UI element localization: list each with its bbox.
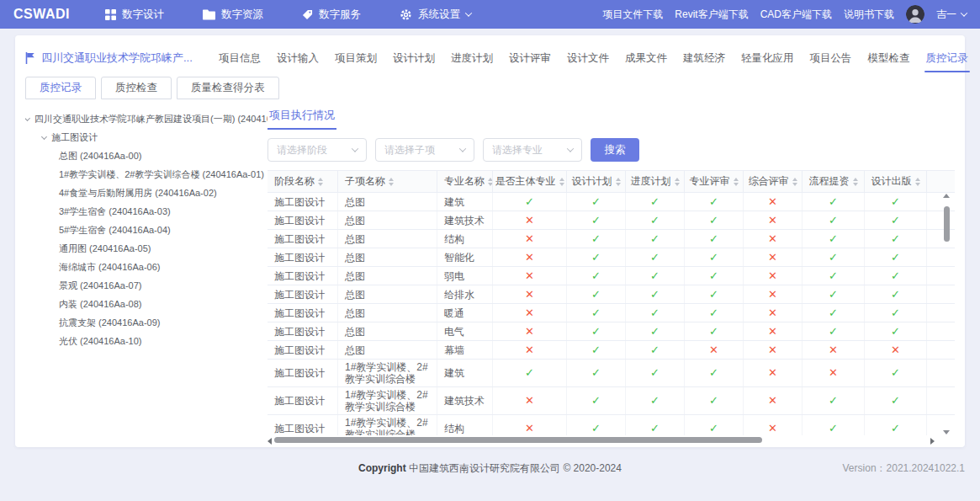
nav-menu-digital-resource[interactable]: 数字资源 — [203, 8, 263, 22]
tree-node-subproject[interactable]: 4#食堂与后勤附属用房 (240416Aa-02) — [25, 184, 268, 202]
check-icon: ✓ — [650, 395, 660, 407]
column-header-2: 子项名称 — [338, 171, 437, 192]
check-icon: ✓ — [650, 289, 660, 301]
horizontal-scrollbar[interactable] — [268, 437, 955, 445]
link-revit-client-download[interactable]: Revit客户端下载 — [675, 8, 748, 22]
tree-node-subproject[interactable]: 总图 (240416Aa-00) — [25, 147, 268, 165]
scroll-right-arrow[interactable] — [930, 438, 935, 445]
user-avatar[interactable] — [906, 5, 924, 24]
flag-icon — [25, 52, 35, 64]
column-header-8: 综合评审 — [744, 171, 803, 192]
caret-down-icon[interactable] — [25, 115, 30, 120]
select-subitem[interactable]: 请选择子项 — [375, 138, 474, 162]
link-manual-download[interactable]: 说明书下载 — [844, 8, 894, 22]
tree-node-project-root[interactable]: 四川交通职业技术学院邛崃产教园建设项目(一期) (240416Aa) — [25, 109, 268, 128]
cell-flag: ✕ — [744, 415, 803, 435]
check-icon: ✓ — [591, 326, 601, 338]
sort-icon[interactable] — [792, 178, 797, 186]
cross-icon: ✕ — [709, 344, 718, 356]
cell-flag: ✓ — [803, 387, 865, 414]
tab-schedule-plan[interactable]: 进度计划 — [449, 44, 495, 72]
tab-lightweight-app[interactable]: 轻量化应用 — [739, 44, 796, 72]
tab-design-plan[interactable]: 设计计划 — [391, 44, 437, 72]
sort-icon[interactable] — [915, 178, 920, 186]
tab-building-economy[interactable]: 建筑经济 — [681, 44, 727, 72]
sort-icon[interactable] — [616, 178, 621, 186]
chevron-down-icon — [352, 145, 358, 152]
sort-icon[interactable] — [559, 178, 564, 186]
content-card: 四川交通职业技术学院邛崃产... 项目信息设计输入项目策划设计计划进度计划设计评… — [15, 35, 965, 447]
check-icon: ✓ — [591, 215, 601, 227]
cell-text: 总图 — [338, 322, 437, 340]
select-major[interactable]: 请选择专业 — [483, 138, 582, 162]
tree-node-subproject[interactable]: 光伏 (240416Aa-10) — [25, 332, 268, 350]
nav-menu-digital-design[interactable]: 数字设计 — [105, 8, 164, 22]
check-icon: ✓ — [891, 252, 900, 264]
tree-node-stage[interactable]: 施工图设计 — [25, 128, 268, 147]
folder-icon — [203, 9, 215, 20]
cross-icon: ✕ — [768, 252, 777, 264]
tree-node-subproject[interactable]: 景观 (240416Aa-07) — [25, 276, 268, 295]
subtab-qc-records[interactable]: 质控记录 — [25, 77, 96, 99]
project-title[interactable]: 四川交通职业技术学院邛崃产... — [25, 51, 217, 66]
cell-flag: ✓ — [865, 285, 927, 303]
tree-node-subproject[interactable]: 海绵城市 (240416Aa-06) — [25, 258, 268, 276]
tree-node-subproject[interactable]: 通用图 (240416Aa-05) — [25, 239, 268, 258]
cell-flag: ✓ — [493, 193, 567, 211]
check-icon: ✓ — [891, 196, 900, 208]
cross-icon: ✕ — [768, 344, 777, 356]
caret-down-icon[interactable] — [41, 133, 47, 139]
select-stage[interactable]: 请选择阶段 — [268, 138, 367, 162]
nav-menu-digital-service[interactable]: 数字服务 — [302, 8, 361, 22]
tree-node-subproject[interactable]: 5#学生宿舍 (240416Aa-04) — [25, 221, 268, 239]
sort-icon[interactable] — [389, 178, 394, 186]
tab-design-review[interactable]: 设计评审 — [507, 44, 553, 72]
sort-icon[interactable] — [734, 178, 739, 186]
tab-design-files[interactable]: 设计文件 — [565, 44, 611, 72]
scroll-up-arrow[interactable] — [943, 194, 950, 198]
tree-node-subproject[interactable]: 3#学生宿舍 (240416Aa-03) — [25, 202, 268, 221]
cell-flag: ✓ — [567, 267, 626, 285]
cell-flag: ✕ — [744, 304, 803, 322]
tab-project-info[interactable]: 项目信息 — [217, 44, 262, 72]
sort-icon[interactable] — [675, 178, 680, 186]
link-cad-client-download[interactable]: CAD客户端下载 — [760, 8, 832, 22]
tree-node-subproject[interactable]: 抗震支架 (240416Aa-09) — [25, 313, 268, 332]
project-tree: 四川交通职业技术学院邛崃产教园建设项目(一期) (240416Aa) 施工图设计… — [25, 106, 268, 439]
cell-flag: ✓ — [567, 248, 626, 266]
tree-node-subproject[interactable]: 1#教学实训楼、2#教学实训综合楼 (240416Aa-01) — [25, 165, 268, 184]
cell-text: 总图 — [338, 248, 437, 266]
horizontal-scroll-thumb[interactable] — [274, 437, 762, 443]
scroll-left-arrow[interactable] — [268, 438, 272, 445]
cell-flag: ✕ — [493, 211, 567, 229]
tab-deliverables[interactable]: 成果文件 — [623, 44, 669, 72]
search-button[interactable]: 搜索 — [591, 138, 639, 162]
cross-icon: ✕ — [525, 395, 534, 407]
cell-flag: ✓ — [685, 193, 744, 211]
tab-qc-records[interactable]: 质控记录 — [924, 44, 970, 72]
check-icon: ✓ — [650, 233, 660, 245]
tree-node-subproject[interactable]: 内装 (240416Aa-08) — [25, 295, 268, 313]
subtab-qc-check[interactable]: 质控检查 — [101, 77, 172, 99]
check-icon: ✓ — [650, 367, 660, 379]
cell-flag: ✕ — [744, 341, 803, 359]
nav-menu-system-settings[interactable]: 系统设置 — [400, 8, 471, 22]
vertical-scroll-thumb[interactable] — [944, 206, 950, 242]
tab-project-planning[interactable]: 项目策划 — [333, 44, 379, 72]
subtab-quality-score-sheet[interactable]: 质量检查得分表 — [177, 77, 279, 99]
tab-design-input[interactable]: 设计输入 — [275, 44, 320, 72]
tab-project-notice[interactable]: 项目公告 — [808, 44, 854, 72]
sort-icon[interactable] — [853, 178, 858, 186]
table-row: 施工图设计1#教学实训楼、2#教学实训综合楼结构✕✓✓✓✕✓✓ — [268, 415, 955, 435]
app-logo[interactable]: CSWADI — [13, 7, 70, 22]
link-project-file-download[interactable]: 项目文件下载 — [602, 8, 663, 22]
cell-text: 建筑技术 — [437, 211, 493, 229]
check-icon: ✓ — [891, 423, 900, 434]
scroll-down-arrow[interactable] — [943, 430, 950, 434]
tab-project-execution-status[interactable]: 项目执行情况 — [268, 108, 336, 130]
copyright-text: Copyright 中国建筑西南设计研究院有限公司 © 2020-2024 — [358, 462, 622, 474]
sort-icon[interactable] — [318, 178, 323, 186]
vertical-scrollbar[interactable] — [941, 194, 951, 434]
tab-model-check[interactable]: 模型检查 — [866, 44, 912, 72]
user-menu[interactable]: 吉一 — [936, 8, 967, 22]
